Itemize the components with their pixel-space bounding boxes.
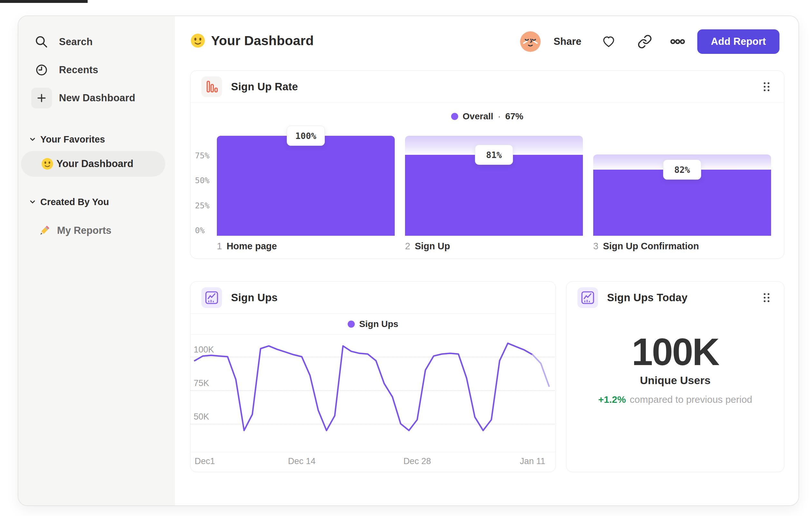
sidebar-item-your-dashboard[interactable]: Your Dashboard	[21, 151, 165, 177]
funnel-yaxis: 75%50%25%0%	[195, 71, 218, 258]
sidebar-item-my-reports[interactable]: My Reports	[21, 219, 166, 242]
funnel-step-label: 1Home page	[217, 241, 395, 251]
top-edge-artifact	[0, 0, 88, 3]
sign-up-rate-card: Sign Up Rate Overall · 67% 75%50%25%0% 1…	[190, 70, 784, 259]
sidebar-item-recents[interactable]: Recents	[18, 60, 169, 80]
conversion-chip: 100%	[287, 126, 325, 146]
funnel-step-labels: 1Home page2Sign Up3Sign Up Confirmation	[217, 241, 771, 251]
card-header: Sign Ups	[191, 281, 555, 314]
section-created-by-you: Created By You	[18, 195, 169, 209]
plus-icon	[31, 88, 52, 108]
sign-ups-today-card: Sign Ups Today 100K Unique Users +1.2% c…	[566, 281, 784, 472]
line-xtick: Dec 28	[403, 456, 431, 466]
conversion-chip: 81%	[475, 145, 513, 165]
card-header: Sign Ups Today	[567, 281, 784, 314]
conversion-chip: 82%	[663, 160, 701, 180]
screen: Search Recents New Dashboard Your Favori…	[0, 0, 812, 516]
page-title: Your Dashboard	[191, 28, 314, 53]
stat-value: 100K	[567, 330, 784, 374]
funnel-bar[interactable]: 100%	[217, 136, 395, 236]
funnel-legend: Overall · 67%	[191, 108, 784, 125]
header-actions: Share Add Report	[520, 29, 779, 54]
legend-label: Overall	[463, 111, 493, 121]
line-xtick: Dec1	[195, 456, 215, 466]
search-icon	[31, 32, 52, 52]
drag-handle-icon[interactable]	[760, 291, 773, 305]
sidebar: Search Recents New Dashboard Your Favori…	[18, 16, 175, 505]
app-window: Search Recents New Dashboard Your Favori…	[18, 16, 799, 506]
funnel-bar-fill	[405, 155, 583, 236]
share-button[interactable]: Share	[554, 36, 581, 47]
legend-separator: ·	[498, 111, 501, 121]
card-title: Sign Up Rate	[231, 81, 298, 93]
funnel-bar[interactable]: 82%	[593, 136, 771, 236]
line-xaxis-labels: Dec1Dec 14Dec 28Jan 11	[191, 456, 555, 468]
drag-handle-icon[interactable]	[760, 80, 773, 94]
sidebar-item-label: Recents	[59, 64, 98, 76]
section-your-favorites: Your Favorites	[18, 132, 169, 146]
page-title-text: Your Dashboard	[211, 33, 314, 48]
clock-icon	[31, 60, 52, 80]
line-xaxis-divider	[191, 452, 555, 452]
line-plot[interactable]: 100K75K50K	[191, 335, 555, 452]
pencil-icon	[38, 224, 51, 237]
chevron-down-icon[interactable]	[28, 197, 37, 207]
smiley-icon	[41, 158, 54, 170]
stat-delta: +1.2% compared to previous period	[567, 394, 784, 405]
section-label: Created By You	[40, 197, 109, 207]
sidebar-item-label: New Dashboard	[59, 92, 135, 104]
smiley-icon	[191, 33, 205, 48]
line-xtick: Dec 14	[288, 456, 316, 466]
avatar[interactable]	[520, 31, 541, 52]
chevron-down-icon[interactable]	[28, 135, 37, 144]
sidebar-item-search[interactable]: Search	[18, 32, 169, 52]
ellipsis-icon[interactable]	[670, 34, 685, 49]
funnel-ytick: 50%	[195, 176, 209, 185]
line-chart-icon	[577, 287, 598, 308]
sign-ups-card: Sign Ups Sign Ups 100K75K50K Dec1Dec 14D…	[190, 281, 556, 472]
sidebar-item-label: Your Dashboard	[56, 158, 134, 170]
legend-label: Sign Ups	[359, 319, 398, 329]
funnel-ytick: 75%	[195, 151, 209, 160]
funnel-ytick: 25%	[195, 201, 209, 210]
legend-dot	[348, 321, 355, 328]
sidebar-item-new-dashboard[interactable]: New Dashboard	[18, 88, 169, 108]
funnel-bar[interactable]: 81%	[405, 136, 583, 236]
stat-subtitle: Unique Users	[567, 374, 784, 387]
sidebar-item-label: Search	[59, 36, 93, 48]
sidebar-item-label: My Reports	[57, 225, 112, 236]
card-title: Sign Ups	[231, 292, 278, 304]
funnel-bars: 100%81%82%	[217, 136, 771, 236]
delta-value: +1.2%	[598, 394, 626, 405]
line-legend: Sign Ups	[191, 314, 555, 335]
delta-note: compared to previous period	[630, 394, 752, 405]
line-xtick: Jan 11	[520, 456, 545, 466]
add-report-button[interactable]: Add Report	[697, 29, 779, 54]
heart-icon[interactable]	[601, 34, 616, 49]
funnel-bar-fill	[217, 136, 395, 236]
card-title: Sign Ups Today	[607, 292, 688, 304]
main-content: Your Dashboard Share Add Report	[175, 16, 799, 505]
section-label: Your Favorites	[40, 134, 105, 145]
card-header: Sign Up Rate	[191, 71, 784, 103]
link-icon[interactable]	[637, 34, 652, 49]
funnel-step-label: 3Sign Up Confirmation	[593, 241, 771, 251]
legend-dot	[451, 113, 458, 120]
legend-value: 67%	[505, 111, 523, 121]
funnel-step-label: 2Sign Up	[405, 241, 583, 251]
line-chart-icon	[201, 287, 222, 308]
funnel-ytick: 0%	[195, 226, 205, 235]
